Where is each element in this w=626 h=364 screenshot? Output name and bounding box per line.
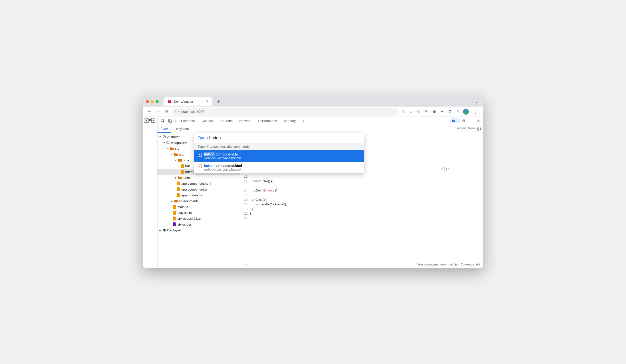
- tab-close-icon[interactable]: ×: [206, 99, 208, 104]
- tree-main-ts[interactable]: main.ts: [157, 204, 240, 210]
- tree-app-html[interactable]: app.component.html: [157, 181, 240, 186]
- palette-search-row: Open button: [194, 133, 364, 143]
- tree-app-ts[interactable]: app.component.ts: [157, 186, 240, 192]
- tree-polyfills[interactable]: polyfills.ts: [157, 210, 240, 216]
- file-icon: [173, 211, 176, 215]
- source-map-info: (source mapped from main.js): [417, 262, 459, 266]
- issues-count: 1: [456, 119, 458, 123]
- sidebar-tabs: Page Filesystem: [157, 125, 240, 133]
- tab-memory[interactable]: Memory: [281, 117, 299, 125]
- script-file-icon: [198, 164, 201, 168]
- tree-deployed[interactable]: ▶Deployed: [157, 227, 240, 233]
- tree-environments[interactable]: ▶environments: [157, 198, 240, 204]
- tree-label-folder[interactable]: ▶label: [157, 175, 240, 181]
- window-controls: [146, 100, 159, 103]
- angular-icon: [167, 100, 171, 103]
- labs-icon[interactable]: ⚗: [447, 109, 452, 114]
- editor-tab-bar: ▯◂: [240, 125, 483, 133]
- url-host: localhost: [181, 110, 194, 114]
- maximize-window-button[interactable]: [156, 100, 159, 103]
- share-icon[interactable]: ⇧: [401, 109, 405, 114]
- palette-open-label: Open: [198, 136, 208, 140]
- panel-icon[interactable]: ▯: [455, 109, 460, 114]
- browser-window: DemoAngular × + ⌄ ← → ⟳ ⓘ localhost:4200…: [143, 96, 483, 268]
- folder-icon: [170, 147, 174, 150]
- file-icon: [173, 217, 176, 220]
- cloud-icon: [166, 141, 170, 144]
- address-bar: ← → ⟳ ⓘ localhost:4200 ⇧ ☆ ☺ 👁 ◉ ✦ ⚗ ▯ ⋮: [143, 107, 483, 117]
- box-icon: [162, 228, 166, 232]
- tabs-overflow-icon[interactable]: »: [300, 117, 307, 125]
- browser-menu-icon[interactable]: ⋮: [472, 109, 479, 114]
- counter-value: 0: [149, 118, 151, 122]
- file-icon: [173, 205, 176, 209]
- toolbar-icons: ⇧ ☆ ☺ 👁 ◉ ✦ ⚗ ▯ ⋮: [399, 109, 480, 115]
- back-button[interactable]: ←: [146, 108, 153, 115]
- editor-statusbar: {} (source mapped from main.js) Coverage…: [240, 261, 483, 268]
- bookmark-icon[interactable]: ☆: [408, 109, 413, 114]
- sidebar-tab-page[interactable]: Page: [157, 125, 171, 133]
- devtools-close-icon[interactable]: ✕: [475, 118, 481, 124]
- increment-button[interactable]: +: [144, 118, 149, 123]
- script-file-icon: [198, 153, 201, 157]
- browser-tab[interactable]: DemoAngular ×: [163, 97, 212, 106]
- folder-icon: [174, 199, 178, 203]
- issues-icon: [452, 119, 455, 123]
- url-port: :4200: [196, 110, 204, 114]
- new-tab-button[interactable]: +: [215, 98, 222, 105]
- command-palette: Open button Type '?' to see available co…: [194, 133, 364, 174]
- extension-icon-2[interactable]: 👁: [424, 109, 429, 114]
- device-toggle-icon[interactable]: [167, 118, 173, 124]
- reload-button[interactable]: ⟳: [163, 108, 170, 115]
- file-icon: [181, 164, 184, 168]
- palette-query-input[interactable]: button: [209, 136, 221, 140]
- url-input[interactable]: ⓘ localhost:4200: [172, 108, 398, 115]
- svg-rect-2: [170, 120, 171, 123]
- devtools-menu-icon[interactable]: ⋮: [468, 118, 474, 124]
- tree-app-module[interactable]: app.module.ts: [157, 192, 240, 198]
- code-icon: [162, 135, 166, 139]
- decrement-button[interactable]: -: [151, 118, 155, 123]
- issues-badge[interactable]: 1: [450, 118, 460, 123]
- tab-title: DemoAngular: [174, 100, 193, 103]
- extension-icon-1[interactable]: ☺: [416, 109, 421, 114]
- file-icon: [173, 222, 176, 226]
- settings-icon[interactable]: ⚙: [461, 118, 467, 124]
- palette-item-2[interactable]: button.component.html webpack:///src/app…: [194, 162, 364, 173]
- inspect-element-icon[interactable]: [159, 118, 166, 124]
- pretty-print-button[interactable]: {}: [243, 262, 247, 266]
- devtools-panel: Elements Console Sources Network Perform…: [157, 117, 483, 268]
- palette-hint: Type '?' to see available commands: [194, 143, 364, 150]
- folder-icon: [178, 158, 182, 162]
- forward-button[interactable]: →: [154, 108, 162, 115]
- sidebar-tab-filesystem[interactable]: Filesystem: [171, 125, 192, 133]
- tab-performance[interactable]: Performance: [255, 117, 280, 125]
- tree-styles-q[interactable]: styles.css?231c: [157, 216, 240, 221]
- tabs-dropdown-icon[interactable]: ⌄: [473, 99, 480, 104]
- extension-icon-3[interactable]: ◉: [432, 109, 437, 114]
- tab-sources[interactable]: Sources: [218, 117, 235, 125]
- file-icon: [177, 182, 180, 185]
- site-info-icon[interactable]: ⓘ: [175, 109, 179, 114]
- file-icon: [177, 187, 180, 191]
- svg-point-5: [199, 154, 200, 155]
- palette-item-1[interactable]: button.component.ts webpack:///src/app/b…: [194, 150, 364, 162]
- content-area: + 0 - Elements Console Sources Network P…: [143, 117, 483, 268]
- source-map-link[interactable]: main.js: [448, 262, 458, 266]
- code-peek-line10: >();: [441, 167, 449, 171]
- tab-elements[interactable]: Elements: [178, 117, 198, 125]
- profile-avatar[interactable]: [463, 109, 469, 115]
- tree-styles[interactable]: styles.css: [157, 221, 240, 227]
- close-window-button[interactable]: [146, 100, 149, 103]
- devtools-toolbar: Elements Console Sources Network Perform…: [157, 117, 483, 125]
- file-icon: [181, 170, 184, 174]
- page-content: + 0 -: [143, 117, 157, 268]
- folder-icon: [174, 152, 178, 156]
- tab-console[interactable]: Console: [199, 117, 217, 125]
- minimize-window-button[interactable]: [151, 100, 154, 103]
- folder-icon: [178, 176, 182, 179]
- devtools-body: Page Filesystem ▼Authored ▼webpack:// ▼s…: [157, 125, 483, 268]
- extensions-icon[interactable]: ✦: [439, 109, 444, 114]
- tab-network[interactable]: Network: [236, 117, 254, 125]
- code-peek-line1: Emitter } from '@a: [455, 126, 481, 130]
